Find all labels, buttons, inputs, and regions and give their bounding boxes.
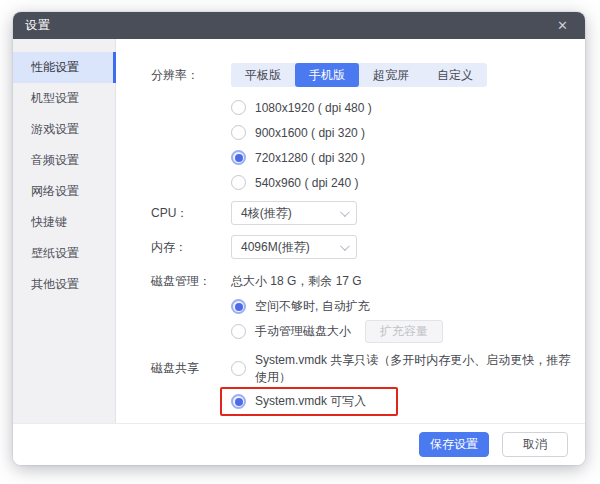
disk-share-label: 磁盘共享: [151, 360, 231, 377]
cpu-label: CPU：: [151, 205, 231, 222]
sidebar-item-label: 网络设置: [31, 183, 79, 200]
radio-option-label: 空间不够时, 自动扩充: [255, 298, 370, 315]
radio-auto-expand[interactable]: 空间不够时, 自动扩充: [231, 294, 571, 319]
disk-management-row: 磁盘管理： 总大小 18 G，剩余 17 G: [151, 273, 571, 290]
resolution-label: 分辨率：: [151, 67, 231, 84]
sidebar-item-label: 性能设置: [31, 59, 79, 76]
radio-vmdk-readonly[interactable]: System.vmdk 共享只读（多开时内存更小、启动更快，推荐使用）: [231, 356, 571, 381]
expand-capacity-button: 扩充容量: [365, 320, 443, 343]
radio-option-label: 1080x1920 ( dpi 480 ): [255, 101, 372, 115]
disk-share-writable-wrap: System.vmdk 可写入: [231, 387, 571, 416]
tab-custom[interactable]: 自定义: [423, 63, 487, 87]
radio-checked-icon: [231, 394, 246, 409]
window-title: 设置: [25, 17, 51, 34]
cancel-button[interactable]: 取消: [502, 432, 568, 457]
radio-icon: [231, 175, 246, 190]
sidebar-item-shortcuts[interactable]: 快捷键: [13, 207, 116, 238]
radio-option-540x960[interactable]: 540x960 ( dpi 240 ): [231, 170, 571, 195]
radio-option-label: System.vmdk 共享只读（多开时内存更小、启动更快，推荐使用）: [255, 352, 571, 386]
cpu-select[interactable]: 4核(推荐): [231, 201, 357, 225]
memory-select[interactable]: 4096M(推荐): [231, 235, 357, 259]
radio-checked-icon: [231, 299, 246, 314]
memory-row: 内存： 4096M(推荐): [151, 235, 571, 259]
chevron-down-icon: [340, 241, 350, 251]
dialog-body: 性能设置 机型设置 游戏设置 音频设置 网络设置 快捷键 壁纸设置 其他设置 分…: [13, 39, 585, 423]
sidebar-item-label: 游戏设置: [31, 121, 79, 138]
tab-phone[interactable]: 手机版: [295, 63, 359, 87]
radio-icon: [231, 324, 246, 339]
memory-label: 内存：: [151, 239, 231, 256]
save-settings-button[interactable]: 保存设置: [419, 432, 489, 457]
radio-option-1080x1920[interactable]: 1080x1920 ( dpi 480 ): [231, 95, 571, 120]
cpu-select-value: 4核(推荐): [241, 205, 292, 222]
sidebar-item-game[interactable]: 游戏设置: [13, 114, 116, 145]
chevron-down-icon: [340, 207, 350, 217]
memory-select-value: 4096M(推荐): [241, 239, 310, 256]
tab-tablet[interactable]: 平板版: [231, 63, 295, 87]
radio-checked-icon: [231, 150, 246, 165]
radio-manual-disk[interactable]: 手动管理磁盘大小 扩充容量: [231, 319, 571, 344]
sidebar-item-label: 音频设置: [31, 152, 79, 169]
sidebar-item-audio[interactable]: 音频设置: [13, 145, 116, 176]
radio-option-label: System.vmdk 可写入: [255, 393, 366, 410]
sidebar: 性能设置 机型设置 游戏设置 音频设置 网络设置 快捷键 壁纸设置 其他设置: [13, 39, 116, 423]
main-panel: 分辨率： 平板版 手机版 超宽屏 自定义 1080x1920 ( dpi 480…: [116, 39, 585, 423]
radio-option-label: 540x960 ( dpi 240 ): [255, 176, 358, 190]
sidebar-item-network[interactable]: 网络设置: [13, 176, 116, 207]
radio-icon: [231, 100, 246, 115]
radio-vmdk-writable[interactable]: System.vmdk 可写入: [231, 393, 366, 410]
radio-icon: [231, 125, 246, 140]
radio-option-900x1600[interactable]: 900x1600 ( dpi 320 ): [231, 120, 571, 145]
resolution-tabs: 平板版 手机版 超宽屏 自定义: [231, 63, 487, 87]
sidebar-item-device-model[interactable]: 机型设置: [13, 83, 116, 114]
radio-icon: [231, 361, 246, 376]
sidebar-item-other[interactable]: 其他设置: [13, 269, 116, 300]
sidebar-item-performance[interactable]: 性能设置: [13, 52, 116, 83]
tab-ultrawide[interactable]: 超宽屏: [359, 63, 423, 87]
resolution-options: 1080x1920 ( dpi 480 ) 900x1600 ( dpi 320…: [231, 95, 571, 195]
disk-management-label: 磁盘管理：: [151, 273, 231, 290]
title-bar: 设置 ✕: [13, 12, 585, 39]
radio-option-label: 720x1280 ( dpi 320 ): [255, 151, 365, 165]
radio-option-label: 手动管理磁盘大小: [255, 323, 351, 340]
cpu-row: CPU： 4核(推荐): [151, 201, 571, 225]
sidebar-item-label: 机型设置: [31, 90, 79, 107]
disk-summary: 总大小 18 G，剩余 17 G: [231, 273, 362, 290]
red-highlight-box: System.vmdk 可写入: [220, 387, 398, 416]
radio-option-label: 900x1600 ( dpi 320 ): [255, 126, 365, 140]
dialog-footer: 保存设置 取消: [13, 423, 585, 465]
sidebar-item-wallpaper[interactable]: 壁纸设置: [13, 238, 116, 269]
sidebar-item-label: 其他设置: [31, 276, 79, 293]
disk-options: 空间不够时, 自动扩充 手动管理磁盘大小 扩充容量: [231, 294, 571, 344]
sidebar-item-label: 快捷键: [31, 214, 67, 231]
close-icon[interactable]: ✕: [554, 17, 571, 34]
sidebar-item-label: 壁纸设置: [31, 245, 79, 262]
settings-dialog: 设置 ✕ 性能设置 机型设置 游戏设置 音频设置 网络设置 快捷键 壁纸设置 其…: [13, 12, 585, 465]
resolution-row: 分辨率： 平板版 手机版 超宽屏 自定义: [151, 63, 571, 87]
radio-option-720x1280[interactable]: 720x1280 ( dpi 320 ): [231, 145, 571, 170]
disk-share-row: 磁盘共享 System.vmdk 共享只读（多开时内存更小、启动更快，推荐使用）: [151, 356, 571, 381]
